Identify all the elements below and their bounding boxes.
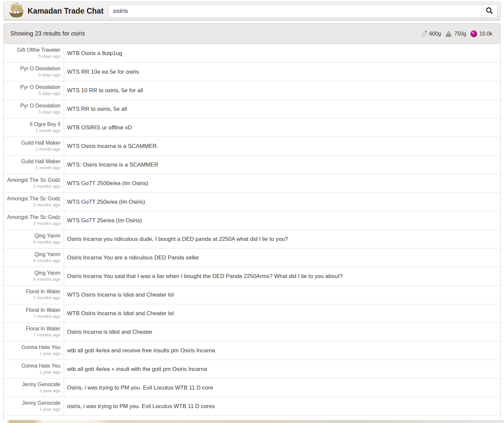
table-row: Gift Ofthe Traveler 5 days ago WTB Osiri… — [4, 44, 500, 63]
row-message: WTB Osiris Incarna is Idiot and Cheater … — [64, 304, 500, 322]
table-row: Qing Yanm 6 months ago Osiris Incarna yo… — [4, 230, 500, 248]
row-timestamp: 5 days ago — [39, 53, 60, 59]
row-message: wtb all gott 4e/ea + insult with the got… — [64, 360, 500, 378]
table-row: Amongst The Sc Godz 2 months ago WTS GoT… — [4, 193, 500, 211]
row-message: osiris, i was trying to PM you. Evil Loc… — [64, 397, 500, 415]
table-row: Amongst The Sc Godz 2 months ago WTS GoT… — [4, 211, 500, 230]
row-timestamp: 1 year ago — [39, 406, 60, 412]
row-user-name: Pyr O Desolation — [20, 84, 60, 91]
row-user-name: Qing Yanm — [34, 251, 60, 258]
search-input[interactable] — [109, 5, 481, 17]
row-user-cell: Pyr O Desolation 5 days ago — [4, 100, 64, 118]
row-timestamp: 1 year ago — [39, 388, 60, 394]
row-user-cell: Floral In Water 7 months ago — [4, 286, 64, 304]
row-timestamp: 7 months ago — [33, 314, 60, 319]
table-row: Guild Hall Maker 1 month ago WTS Osiris … — [4, 137, 500, 156]
row-message: Osiris, i was trying to PM you. Evil Loc… — [64, 379, 500, 397]
row-message: WTS GoTT 2500e/ea (Im Osiris) — [64, 174, 500, 192]
row-user-name: Floral In Water — [26, 307, 60, 314]
currency-feather-value: 600g — [429, 31, 441, 37]
row-message: WTB OSIRIS ur offline xD — [64, 118, 500, 137]
table-row: Guild Hall Maker 1 month ago WTS: Osiris… — [4, 156, 500, 174]
row-user-cell: Gonna Hate You 1 year ago — [4, 341, 64, 360]
table-row: Floral In Water 7 months ago Osiris Inca… — [4, 323, 500, 341]
feather-icon — [421, 30, 429, 38]
currency-ecto: 10.0k — [470, 30, 492, 37]
table-row: Gonna Hate You 1 year ago wtb all gott 4… — [4, 360, 500, 379]
table-row: Floral In Water 7 months ago WTB Osiris … — [4, 304, 500, 323]
row-user-name: Jenny Genocide — [22, 400, 60, 406]
results-summary-query: osiris — [71, 30, 85, 37]
row-message: WTS RR to osiris, 5e all — [64, 100, 500, 118]
row-message: WTS Osiris Incarna is a SCAMMER. — [64, 137, 500, 155]
row-user-name: Amongst The Sc Godz — [7, 214, 60, 221]
row-user-name: Gonna Hate You — [22, 363, 60, 369]
row-timestamp: 5 days ago — [39, 72, 60, 78]
row-message: WTS 10 RR to osiris, 5e for all — [64, 81, 500, 100]
row-user-cell: Qing Yanm 6 months ago — [4, 248, 64, 267]
row-user-cell: Amongst The Sc Godz 2 months ago — [4, 193, 64, 211]
row-message: WTS GoTT 25e/ea (Im Osiris) — [64, 211, 500, 230]
row-user-cell: Pyr O Desolation 5 days ago — [4, 81, 64, 100]
row-message: WTS GoTT 250e/ea (Im Osiris) — [64, 193, 500, 211]
row-user-cell: Guild Hall Maker 1 month ago — [4, 156, 64, 174]
table-row: Jenny Genocide 1 year ago Osiris, i was … — [4, 379, 500, 397]
row-timestamp: 6 months ago — [33, 239, 60, 245]
row-user-name: Guild Hall Maker — [21, 140, 60, 146]
row-user-cell: Floral In Water 7 months ago — [4, 323, 64, 341]
row-message: WTS Osiris Incarna is Idiot and Cheater … — [64, 286, 500, 304]
row-user-cell: Il Ogre Boy Il 1 month ago — [4, 118, 64, 137]
row-user-name: Qing Yanm — [34, 270, 60, 276]
row-user-name: Amongst The Sc Godz — [7, 177, 60, 183]
row-user-name: Jenny Genocide — [22, 381, 60, 388]
row-user-name: Floral In Water — [26, 325, 60, 332]
sailing-ship-icon — [8, 2, 25, 20]
row-timestamp: 5 days ago — [39, 91, 60, 97]
app-title[interactable]: Kamadan Trade Chat — [28, 7, 104, 16]
results-panel: Showing 23 results for osiris 600g — [3, 23, 501, 420]
app-header: Kamadan Trade Chat — [3, 2, 501, 21]
table-row: Gonna Hate You 1 year ago wtb all gott 4… — [4, 341, 500, 360]
row-user-cell: Jenny Genocide 1 year ago — [4, 379, 64, 397]
table-row: Qing Yanm 6 months ago Osiris Incarna Yo… — [4, 267, 500, 286]
search-group — [108, 4, 497, 18]
table-row: Jenny Genocide 1 year ago osiris, i was … — [4, 397, 500, 416]
row-timestamp: 7 months ago — [33, 332, 60, 338]
results-list: Gift Ofthe Traveler 5 days ago WTB Osiri… — [4, 44, 500, 416]
row-user-name: Gift Ofthe Traveler — [17, 47, 60, 53]
row-message: Osiris Incarna you ridiculous dude, I bo… — [64, 230, 500, 248]
row-user-name: Amongst The Sc Godz — [7, 195, 60, 202]
row-message: Osiris Incarna You said that I was a lia… — [64, 267, 500, 285]
table-row: Floral In Water 7 months ago WTS Osiris … — [4, 286, 500, 304]
row-user-cell: Guild Hall Maker 1 month ago — [4, 137, 64, 155]
row-user-cell: Amongst The Sc Godz 2 months ago — [4, 211, 64, 230]
currency-ecto-value: 10.0k — [479, 31, 492, 37]
row-user-cell: Gonna Hate You 1 year ago — [4, 360, 64, 378]
app-logo[interactable] — [8, 2, 25, 20]
row-user-cell: Qing Yanm 6 months ago — [4, 230, 64, 248]
results-header: Showing 23 results for osiris 600g — [4, 24, 500, 44]
table-row: Pyr O Desolation 5 days ago WTS RR to os… — [4, 100, 500, 118]
table-row: Il Ogre Boy Il 1 month ago WTB OSIRIS ur… — [4, 118, 500, 137]
row-message: WTB Osiris a 8utp1ug — [64, 44, 500, 62]
row-user-name: Pyr O Desolation — [20, 65, 60, 72]
row-user-name: Pyr O Desolation — [20, 103, 60, 109]
currency-shard: 750g — [445, 30, 466, 37]
row-timestamp: 5 days ago — [39, 109, 60, 115]
row-timestamp: 1 year ago — [39, 369, 60, 375]
row-user-cell: Amongst The Sc Godz 2 months ago — [4, 174, 64, 192]
row-timestamp: 1 month ago — [36, 128, 60, 134]
row-timestamp: 1 month ago — [36, 165, 60, 171]
row-user-name: Guild Hall Maker — [21, 158, 60, 165]
row-message: WTS RR 10e ea 5e for osiris — [64, 63, 500, 81]
row-user-name: Il Ogre Boy Il — [30, 121, 60, 128]
magnifier-icon — [486, 7, 493, 15]
row-timestamp: 6 months ago — [33, 258, 60, 264]
table-row: Qing Yanm 6 months ago Osiris Incarna Yo… — [4, 248, 500, 267]
row-user-cell: Jenny Genocide 1 year ago — [4, 397, 64, 415]
results-summary: Showing 23 results for osiris — [10, 30, 85, 37]
search-button[interactable] — [481, 5, 497, 17]
row-user-cell: Pyr O Desolation 5 days ago — [4, 63, 64, 81]
row-message: wtb all gott 4e/ea and receive free insu… — [64, 341, 500, 360]
row-message: Osiris Incarna You are a ridiculous DED … — [64, 248, 500, 267]
